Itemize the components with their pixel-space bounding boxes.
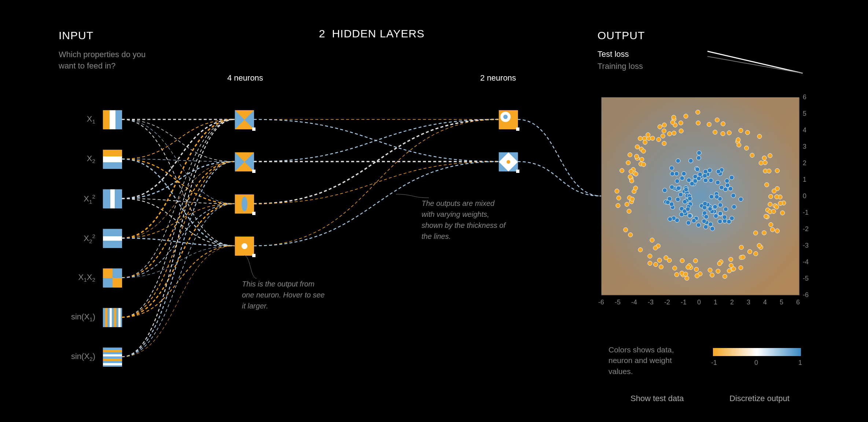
svg-point-146 (662, 188, 667, 193)
x-tick: 6 (796, 299, 800, 306)
hidden1-neuron[interactable] (235, 152, 254, 171)
svg-point-274 (769, 195, 773, 199)
svg-rect-11 (103, 236, 122, 241)
svg-point-173 (672, 131, 676, 135)
svg-point-249 (654, 262, 658, 267)
svg-point-93 (713, 204, 717, 209)
svg-point-55 (675, 179, 680, 183)
x-tick: 0 (697, 299, 701, 306)
neuron-resize-handle[interactable] (516, 127, 519, 131)
input-feature-node[interactable] (103, 268, 122, 287)
svg-point-236 (715, 118, 720, 122)
hidden1-neuron[interactable] (235, 110, 254, 129)
svg-point-52 (703, 225, 708, 229)
input-subtitle: Which properties do you want to feed in? (59, 49, 154, 72)
svg-point-234 (628, 175, 632, 179)
hidden1-neuron[interactable] (235, 194, 254, 213)
svg-point-258 (657, 258, 662, 262)
svg-point-276 (620, 169, 624, 173)
svg-point-136 (714, 195, 719, 199)
svg-point-159 (661, 134, 665, 138)
x-tick: -5 (615, 299, 621, 306)
svg-point-242 (680, 259, 684, 263)
y-tick: 1 (803, 176, 806, 184)
discretize-output-checkbox[interactable]: Discretize output (729, 394, 790, 403)
x-tick: -2 (664, 299, 670, 306)
svg-point-58 (698, 172, 702, 177)
svg-point-80 (678, 192, 683, 197)
svg-point-269 (763, 160, 767, 165)
output-plot[interactable] (601, 97, 799, 295)
neuron-resize-handle[interactable] (252, 170, 255, 173)
svg-point-261 (667, 132, 672, 136)
hidden2-neuron[interactable] (499, 152, 518, 171)
x-tick: 4 (763, 299, 767, 306)
input-feature-label: X12 (59, 193, 95, 205)
svg-point-144 (723, 187, 728, 192)
svg-point-127 (696, 223, 701, 227)
x-tick: 5 (780, 299, 783, 306)
svg-point-95 (710, 226, 714, 231)
training-loss-label: Training loss (597, 62, 643, 71)
svg-point-282 (696, 110, 700, 114)
svg-point-115 (670, 171, 674, 176)
input-feature-node[interactable] (103, 308, 122, 327)
svg-point-73 (732, 205, 736, 209)
svg-point-176 (750, 153, 754, 158)
svg-point-141 (708, 207, 712, 211)
neuron-resize-handle[interactable] (252, 254, 255, 257)
svg-point-79 (687, 178, 691, 182)
input-feature-node[interactable] (103, 110, 122, 129)
colormap-mid: 0 (754, 359, 758, 367)
svg-point-133 (686, 207, 690, 211)
svg-point-124 (695, 167, 700, 171)
input-feature-node[interactable] (103, 229, 122, 248)
svg-point-268 (745, 130, 750, 135)
svg-point-174 (722, 274, 727, 278)
svg-point-64 (703, 178, 708, 182)
hidden-title: HIDDEN LAYERS (332, 27, 425, 40)
neuron-resize-handle[interactable] (252, 212, 255, 215)
svg-point-292 (646, 133, 650, 137)
y-tick: -3 (803, 242, 809, 249)
svg-rect-23 (103, 354, 122, 356)
input-title: INPUT (59, 29, 154, 42)
input-feature-node[interactable] (103, 347, 122, 366)
loss-chart (707, 44, 803, 77)
svg-rect-9 (110, 189, 115, 208)
y-tick: -4 (803, 258, 809, 266)
input-feature-node[interactable] (103, 149, 122, 169)
svg-rect-6 (103, 156, 122, 162)
svg-point-120 (686, 221, 691, 225)
svg-point-109 (682, 171, 686, 176)
y-tick: -6 (803, 291, 809, 299)
hidden1-neuron[interactable] (235, 236, 254, 255)
svg-point-219 (696, 121, 700, 125)
svg-point-156 (727, 131, 731, 135)
svg-point-101 (689, 159, 693, 163)
input-feature-node[interactable] (103, 189, 122, 208)
show-test-data-checkbox[interactable]: Show test data (630, 394, 684, 403)
hidden2-neuron[interactable] (499, 110, 518, 129)
neuron-resize-handle[interactable] (252, 127, 255, 131)
svg-point-137 (696, 156, 701, 160)
svg-point-289 (670, 120, 675, 125)
input-feature-label: sin(X1) (59, 312, 95, 323)
svg-point-132 (690, 181, 694, 186)
svg-point-223 (641, 149, 646, 153)
svg-point-279 (778, 201, 783, 206)
svg-point-252 (727, 269, 732, 273)
layer2-neurons: 2 neurons (480, 73, 516, 83)
svg-line-0 (707, 51, 803, 73)
svg-point-262 (737, 143, 741, 147)
colormap-min: -1 (711, 359, 717, 367)
svg-point-271 (765, 182, 769, 187)
svg-point-168 (729, 257, 733, 262)
svg-point-239 (772, 189, 776, 193)
svg-point-157 (638, 248, 643, 252)
svg-line-1 (707, 56, 803, 73)
y-tick: 3 (803, 143, 806, 151)
svg-point-278 (713, 130, 717, 134)
x-tick: 2 (730, 299, 734, 306)
neuron-resize-handle[interactable] (516, 170, 519, 173)
